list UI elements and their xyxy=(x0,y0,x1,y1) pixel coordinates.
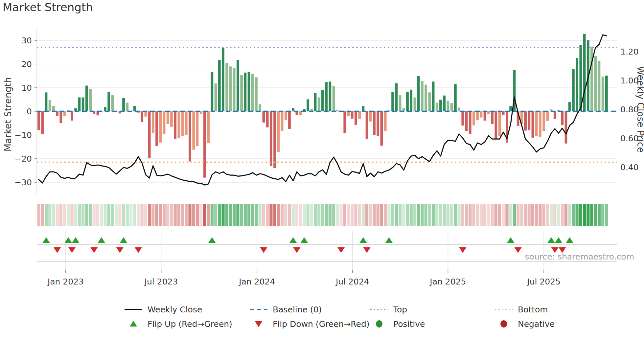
heatmap-cell xyxy=(288,204,291,226)
strength-bar xyxy=(273,111,276,168)
strength-bar xyxy=(476,111,479,120)
heatmap-cell xyxy=(129,204,132,226)
y-axis-label-left: Market Strength xyxy=(3,77,13,151)
strength-bar xyxy=(177,111,180,138)
heatmap-cell xyxy=(317,204,320,226)
strength-bar xyxy=(432,81,435,111)
legend-label: Positive xyxy=(393,319,425,329)
heatmap-cell xyxy=(52,204,55,226)
strength-bar xyxy=(535,111,538,136)
flip-down-marker xyxy=(90,247,98,253)
bottom-dotted-icon xyxy=(494,305,513,314)
heatmap-cell xyxy=(203,204,206,226)
heatmap-cell xyxy=(343,204,346,226)
heatmap-cell xyxy=(310,204,313,226)
heatmap-cell xyxy=(576,204,579,226)
heatmap-cell xyxy=(380,204,383,226)
strength-bar xyxy=(122,98,125,111)
heatmap-cell xyxy=(78,204,81,226)
strength-bar xyxy=(218,60,221,111)
heatmap-cell xyxy=(579,204,582,226)
strength-bar xyxy=(465,111,468,131)
strength-bar xyxy=(159,111,162,143)
strength-bar xyxy=(85,86,88,111)
heatmap-cell xyxy=(410,204,413,226)
heatmap-cell xyxy=(480,204,483,226)
heatmap-cell xyxy=(141,204,144,226)
heatmap-cell xyxy=(561,204,564,226)
strength-bar xyxy=(554,111,556,119)
heatmap-cell xyxy=(461,204,464,226)
heatmap-cell xyxy=(177,204,180,226)
heatmap-cell xyxy=(443,204,446,226)
strength-bar xyxy=(572,69,575,111)
heatmap-cell xyxy=(107,204,110,226)
strength-bar xyxy=(240,75,243,111)
flip-up-marker xyxy=(566,237,573,243)
strength-bar xyxy=(436,102,438,111)
strength-bar xyxy=(546,111,549,121)
heatmap-cell xyxy=(483,204,486,226)
strength-bar xyxy=(59,111,62,123)
strength-bar xyxy=(509,106,512,111)
heatmap-cell xyxy=(81,204,84,226)
heatmap-cell xyxy=(247,204,250,226)
heatmap-cell xyxy=(37,204,40,226)
heatmap-cell xyxy=(413,204,416,226)
weekly-close-line-icon xyxy=(124,305,143,314)
heatmap-cell xyxy=(509,204,512,226)
heatmap-cell xyxy=(221,204,224,226)
heatmap-cell xyxy=(255,204,258,226)
legend-label: Baseline (0) xyxy=(273,305,322,314)
heatmap-cell xyxy=(564,204,567,226)
heatmap-cell xyxy=(377,204,380,226)
strength-bar xyxy=(225,63,228,111)
y-tick-label-right: 0.40 xyxy=(620,163,639,172)
heatmap-cell xyxy=(568,204,571,226)
heatmap-cell xyxy=(583,204,586,226)
heatmap-cell xyxy=(498,204,501,226)
flip-up-marker xyxy=(555,237,562,243)
heatmap-cell xyxy=(225,204,228,226)
heatmap-cell xyxy=(572,204,575,226)
strength-bar xyxy=(49,100,51,111)
flip-down-marker xyxy=(459,247,466,253)
heatmap-cell xyxy=(100,204,103,226)
strength-bar xyxy=(425,85,427,111)
strength-bar xyxy=(528,111,530,130)
x-tick-label: Jul 2024 xyxy=(335,277,369,286)
heatmap-cell xyxy=(159,204,162,226)
heatmap-cell xyxy=(155,204,158,226)
heatmap-cell xyxy=(524,204,527,226)
heatmap-cell xyxy=(332,204,335,226)
heatmap-cell xyxy=(148,204,151,226)
heatmap-cell xyxy=(166,204,169,226)
heatmap-cell xyxy=(454,204,457,226)
legend-item-baseline: Baseline (0) xyxy=(249,304,322,315)
heatmap-cell xyxy=(266,204,269,226)
heatmap-cell xyxy=(174,204,177,226)
heatmap-cell xyxy=(387,204,390,226)
strength-bar xyxy=(288,111,291,129)
heatmap-cell xyxy=(292,204,295,226)
y-tick-label-left: −30 xyxy=(14,178,32,187)
y-tick-label-left: −20 xyxy=(14,154,32,164)
heatmap-cell xyxy=(425,204,427,226)
strength-bar xyxy=(318,98,320,111)
flip-down-marker xyxy=(293,247,300,253)
chart-title: Market Strength xyxy=(3,1,93,14)
strength-bar xyxy=(325,82,328,111)
strength-bar xyxy=(155,111,158,146)
strength-bar xyxy=(107,92,110,111)
strength-bar xyxy=(336,110,339,111)
strength-bar xyxy=(343,111,346,133)
strength-bar xyxy=(594,56,597,111)
strength-bar xyxy=(410,90,412,111)
heatmap-cell xyxy=(517,204,519,226)
heatmap-cell xyxy=(365,204,368,226)
heatmap-cell xyxy=(269,204,272,226)
heatmap-cell xyxy=(244,204,247,226)
heatmap-cell xyxy=(284,204,287,226)
flip-up-marker xyxy=(208,237,216,243)
strength-bar xyxy=(472,111,475,125)
